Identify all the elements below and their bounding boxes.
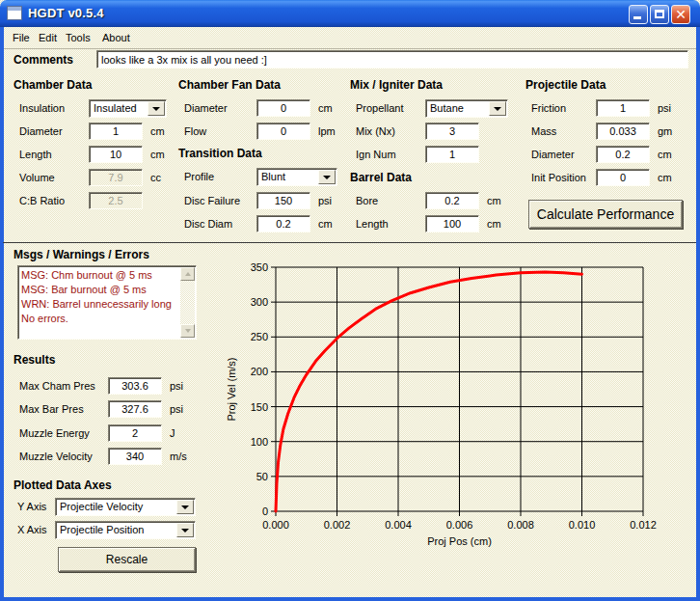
- svg-text:150: 150: [251, 401, 268, 413]
- messages-box[interactable]: MSG: Chm burnout @ 5 ms MSG: Bar burnout…: [17, 265, 197, 340]
- disc-failure-field[interactable]: 150: [256, 192, 310, 209]
- message-line: MSG: Bar burnout @ 5 ms: [21, 283, 178, 297]
- mix-igniter-data-header: Mix / Igniter Data: [350, 78, 443, 92]
- disc-failure-value: 150: [275, 195, 292, 206]
- propellant-selected-value: Butane: [430, 102, 464, 114]
- y-axis-selected-value: Projectile Velocity: [60, 501, 143, 512]
- disc-diam-unit: cm: [318, 218, 333, 230]
- plotted-axes-header: Plotted Data Axes: [13, 478, 112, 492]
- max-cham-pres-label: Max Cham Pres: [19, 380, 95, 392]
- comments-input[interactable]: looks like a 3x mix is all you need :]: [96, 50, 688, 68]
- menu-edit[interactable]: Edit: [36, 31, 60, 44]
- fan-flow-value: 0: [281, 125, 286, 137]
- chamber-length-field[interactable]: 10: [89, 146, 143, 163]
- barrel-length-field[interactable]: 100: [425, 215, 479, 232]
- fan-flow-label: Flow: [184, 125, 206, 137]
- muzzle-velocity-field[interactable]: 340: [108, 448, 162, 465]
- dropdown-arrow-icon[interactable]: [489, 101, 506, 116]
- app-window: HGDT v0.5.4 ✕ File Edit Tools About Comm…: [0, 0, 700, 601]
- mass-unit: gm: [658, 125, 672, 137]
- x-axis-label: X Axis: [17, 524, 47, 535]
- propellant-select[interactable]: Butane: [425, 99, 508, 118]
- chamber-fan-data-header: Chamber Fan Data: [178, 78, 281, 92]
- svg-text:0.010: 0.010: [569, 519, 596, 531]
- comments-text: looks like a 3x mix is all you need :]: [101, 54, 267, 66]
- chamber-diameter-unit: cm: [150, 125, 165, 137]
- maximize-button[interactable]: [650, 5, 669, 24]
- chamber-volume-value: 7.9: [108, 172, 122, 183]
- y-axis-select[interactable]: Projectile Velocity: [55, 498, 196, 516]
- fan-diameter-unit: cm: [318, 102, 333, 114]
- dropdown-arrow-icon[interactable]: [176, 523, 194, 537]
- max-cham-pres-value: 303.6: [121, 380, 148, 392]
- max-cham-pres-field[interactable]: 303.6: [108, 377, 162, 395]
- svg-text:0: 0: [262, 505, 268, 517]
- minimize-icon: [633, 16, 641, 19]
- projectile-data-header: Projectile Data: [525, 78, 606, 92]
- dropdown-arrow-icon[interactable]: [148, 101, 165, 116]
- profile-select[interactable]: Blunt: [256, 168, 337, 186]
- ign-num-label: Ign Num: [356, 149, 396, 160]
- transition-data-header: Transition Data: [178, 147, 262, 160]
- mix-nx-field[interactable]: 3: [425, 123, 479, 140]
- insulation-selected-value: Insulated: [94, 102, 137, 114]
- cb-ratio-value: 2.5: [108, 195, 122, 206]
- scroll-down-icon[interactable]: [180, 324, 195, 338]
- svg-text:Proj Vel (m/s): Proj Vel (m/s): [226, 357, 237, 421]
- menu-about[interactable]: About: [99, 31, 133, 44]
- bore-field[interactable]: 0.2: [425, 192, 479, 209]
- calculate-performance-button[interactable]: Calculate Performance: [528, 200, 683, 229]
- insulation-select[interactable]: Insulated: [89, 99, 167, 118]
- menu-tools[interactable]: Tools: [63, 31, 94, 44]
- init-position-label: Init Position: [531, 172, 586, 183]
- results-header: Results: [13, 353, 55, 367]
- ign-num-field[interactable]: 1: [425, 146, 479, 163]
- fan-diameter-value: 0: [281, 102, 286, 114]
- scrollbar[interactable]: [180, 267, 195, 338]
- init-position-field[interactable]: 0: [596, 169, 650, 186]
- scroll-up-icon[interactable]: [180, 267, 195, 281]
- window-border-right: [696, 27, 700, 601]
- cb-ratio-field: 2.5: [89, 192, 143, 209]
- rescale-button[interactable]: Rescale: [58, 547, 196, 572]
- title-bar[interactable]: HGDT v0.5.4 ✕: [0, 0, 700, 27]
- mix-nx-value: 3: [449, 125, 455, 137]
- fan-diameter-field[interactable]: 0: [256, 99, 310, 117]
- chamber-length-value: 10: [110, 149, 121, 160]
- svg-text:250: 250: [251, 331, 268, 342]
- x-axis-select[interactable]: Projectile Position: [55, 521, 196, 539]
- proj-diameter-label: Diameter: [531, 149, 575, 160]
- comments-label: Comments: [13, 53, 73, 67]
- barrel-data-header: Barrel Data: [350, 171, 412, 184]
- svg-text:50: 50: [256, 471, 268, 482]
- mass-field[interactable]: 0.033: [596, 123, 650, 140]
- bore-unit: cm: [487, 195, 501, 206]
- svg-text:0.004: 0.004: [385, 519, 412, 531]
- fan-diameter-label: Diameter: [184, 102, 228, 114]
- minimize-button[interactable]: [629, 5, 648, 24]
- disc-diam-field[interactable]: 0.2: [256, 215, 310, 232]
- dropdown-arrow-icon[interactable]: [318, 170, 336, 184]
- muzzle-energy-unit: J: [170, 427, 175, 439]
- chamber-volume-label: Volume: [19, 172, 55, 183]
- svg-text:300: 300: [251, 296, 268, 308]
- chamber-diameter-field[interactable]: 1: [89, 123, 143, 140]
- max-cham-pres-unit: psi: [170, 380, 183, 392]
- mass-label: Mass: [531, 125, 556, 137]
- max-bar-pres-value: 327.6: [121, 403, 148, 415]
- friction-field[interactable]: 1: [596, 99, 650, 117]
- menu-file[interactable]: File: [10, 31, 33, 44]
- svg-text:0.002: 0.002: [324, 519, 351, 531]
- muzzle-energy-field[interactable]: 2: [108, 424, 162, 442]
- close-button[interactable]: ✕: [671, 5, 690, 24]
- init-position-value: 0: [620, 172, 626, 183]
- chamber-length-unit: cm: [150, 149, 165, 160]
- muzzle-energy-value: 2: [132, 427, 138, 439]
- fan-flow-field[interactable]: 0: [256, 123, 310, 140]
- muzzle-velocity-value: 340: [126, 451, 144, 462]
- dropdown-arrow-icon[interactable]: [176, 500, 194, 514]
- max-bar-pres-field[interactable]: 327.6: [108, 400, 162, 418]
- svg-text:0.006: 0.006: [446, 519, 473, 531]
- proj-diameter-field[interactable]: 0.2: [596, 146, 650, 163]
- chamber-data-header: Chamber Data: [13, 78, 92, 92]
